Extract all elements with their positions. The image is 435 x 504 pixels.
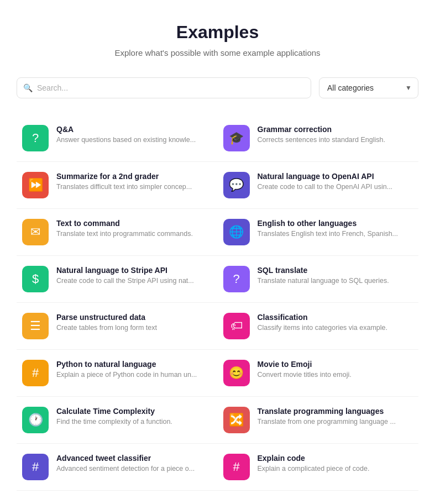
example-icon-english-to-other-languages: 🌐 — [223, 219, 250, 245]
example-title-calculate-time-complexity: Calculate Time Complexity — [56, 407, 212, 416]
example-desc-parse-unstructured-data: Create tables from long form text — [56, 324, 212, 332]
example-text-python-to-natural-language: Python to natural languageExplain a piec… — [56, 360, 212, 379]
example-title-summarize-2nd-grader: Summarize for a 2nd grader — [56, 172, 212, 181]
page-subtitle: Explore what's possible with some exampl… — [17, 48, 418, 57]
example-item-natural-language-stripe[interactable]: $Natural language to Stripe APICreate co… — [17, 256, 218, 303]
example-icon-text-to-command: ✉ — [22, 219, 49, 245]
search-input[interactable] — [17, 77, 311, 98]
example-desc-text-to-command: Translate text into programmatic command… — [56, 230, 212, 238]
example-item-summarize-2nd-grader[interactable]: ⏩Summarize for a 2nd graderTranslates di… — [17, 162, 218, 209]
example-desc-natural-language-stripe: Create code to call the Stripe API using… — [56, 277, 212, 285]
example-title-python-to-natural-language: Python to natural language — [56, 360, 212, 369]
category-select-wrapper: All categories Language Code Data Transl… — [319, 77, 418, 98]
example-text-movie-to-emoji: Movie to EmojiConvert movie titles into … — [258, 360, 413, 379]
example-title-english-to-other-languages: English to other languages — [258, 219, 413, 228]
example-text-explain-code: Explain codeExplain a complicated piece … — [258, 454, 413, 473]
example-item-calculate-time-complexity[interactable]: 🕐Calculate Time ComplexityFind the time … — [17, 397, 218, 444]
example-text-natural-language-stripe: Natural language to Stripe APICreate cod… — [56, 266, 212, 285]
example-item-grammar-correction[interactable]: 🎓Grammar correctionCorrects sentences in… — [218, 115, 419, 162]
example-text-calculate-time-complexity: Calculate Time ComplexityFind the time c… — [56, 407, 212, 426]
example-desc-classification: Classify items into categories via examp… — [258, 324, 413, 332]
example-item-sql-translate[interactable]: ?SQL translateTranslate natural language… — [218, 256, 419, 303]
example-title-explain-code: Explain code — [258, 454, 413, 463]
example-item-movie-to-emoji[interactable]: 😊Movie to EmojiConvert movie titles into… — [218, 350, 419, 397]
example-text-sql-translate: SQL translateTranslate natural language … — [258, 266, 413, 285]
examples-grid: ?Q&AAnswer questions based on existing k… — [17, 115, 418, 491]
example-text-english-to-other-languages: English to other languagesTranslates Eng… — [258, 219, 413, 238]
example-icon-sql-translate: ? — [223, 266, 250, 292]
search-wrapper: 🔍 — [17, 77, 311, 98]
example-desc-movie-to-emoji: Convert movie titles into emoji. — [258, 371, 413, 379]
example-title-advanced-tweet-classifier: Advanced tweet classifier — [56, 454, 212, 463]
example-title-sql-translate: SQL translate — [258, 266, 413, 275]
example-icon-movie-to-emoji: 😊 — [223, 360, 250, 386]
example-text-text-to-command: Text to commandTranslate text into progr… — [56, 219, 212, 238]
example-title-parse-unstructured-data: Parse unstructured data — [56, 313, 212, 322]
controls-row: 🔍 All categories Language Code Data Tran… — [17, 77, 418, 98]
example-text-translate-programming-languages: Translate programming languagesTranslate… — [258, 407, 413, 426]
example-title-text-to-command: Text to command — [56, 219, 212, 228]
example-desc-qa: Answer questions based on existing knowl… — [56, 136, 212, 144]
example-text-parse-unstructured-data: Parse unstructured dataCreate tables fro… — [56, 313, 212, 332]
example-desc-advanced-tweet-classifier: Advanced sentiment detection for a piece… — [56, 465, 212, 473]
example-icon-natural-language-stripe: $ — [22, 266, 49, 292]
example-text-summarize-2nd-grader: Summarize for a 2nd graderTranslates dif… — [56, 172, 212, 191]
page-title: Examples — [17, 22, 418, 43]
example-desc-calculate-time-complexity: Find the time complexity of a function. — [56, 418, 212, 426]
example-text-grammar-correction: Grammar correctionCorrects sentences int… — [258, 125, 413, 144]
example-item-classification[interactable]: 🏷ClassificationClassify items into categ… — [218, 303, 419, 350]
example-icon-advanced-tweet-classifier: # — [22, 454, 49, 480]
example-title-movie-to-emoji: Movie to Emoji — [258, 360, 413, 369]
example-desc-python-to-natural-language: Explain a piece of Python code in human … — [56, 371, 212, 379]
example-title-qa: Q&A — [56, 125, 212, 134]
example-text-advanced-tweet-classifier: Advanced tweet classifierAdvanced sentim… — [56, 454, 212, 473]
example-icon-translate-programming-languages: 🔀 — [223, 407, 250, 433]
example-item-qa[interactable]: ?Q&AAnswer questions based on existing k… — [17, 115, 218, 162]
example-text-natural-language-openai: Natural language to OpenAI APICreate cod… — [258, 172, 413, 191]
example-desc-natural-language-openai: Create code to call to the OpenAI API us… — [258, 183, 413, 191]
example-desc-explain-code: Explain a complicated piece of code. — [258, 465, 413, 473]
example-item-translate-programming-languages[interactable]: 🔀Translate programming languagesTranslat… — [218, 397, 419, 444]
example-icon-qa: ? — [22, 125, 49, 151]
example-icon-natural-language-openai: 💬 — [223, 172, 250, 198]
example-icon-python-to-natural-language: # — [22, 360, 49, 386]
example-icon-explain-code: # — [223, 454, 250, 480]
page-header: Examples Explore what's possible with so… — [17, 22, 418, 57]
example-item-natural-language-openai[interactable]: 💬Natural language to OpenAI APICreate co… — [218, 162, 419, 209]
example-icon-parse-unstructured-data: ☰ — [22, 313, 49, 339]
example-item-explain-code[interactable]: #Explain codeExplain a complicated piece… — [218, 444, 419, 491]
example-title-grammar-correction: Grammar correction — [258, 125, 413, 134]
example-desc-grammar-correction: Corrects sentences into standard English… — [258, 136, 413, 144]
example-item-english-to-other-languages[interactable]: 🌐English to other languagesTranslates En… — [218, 209, 419, 256]
example-text-qa: Q&AAnswer questions based on existing kn… — [56, 125, 212, 144]
example-desc-sql-translate: Translate natural language to SQL querie… — [258, 277, 413, 285]
example-icon-classification: 🏷 — [223, 313, 250, 339]
category-select[interactable]: All categories Language Code Data Transl… — [319, 77, 418, 98]
example-title-natural-language-stripe: Natural language to Stripe API — [56, 266, 212, 275]
example-desc-summarize-2nd-grader: Translates difficult text into simpler c… — [56, 183, 212, 191]
example-icon-calculate-time-complexity: 🕐 — [22, 407, 49, 433]
example-title-translate-programming-languages: Translate programming languages — [258, 407, 413, 416]
example-icon-grammar-correction: 🎓 — [223, 125, 250, 151]
example-text-classification: ClassificationClassify items into catego… — [258, 313, 413, 332]
example-item-text-to-command[interactable]: ✉Text to commandTranslate text into prog… — [17, 209, 218, 256]
example-item-python-to-natural-language[interactable]: #Python to natural languageExplain a pie… — [17, 350, 218, 397]
example-item-advanced-tweet-classifier[interactable]: #Advanced tweet classifierAdvanced senti… — [17, 444, 218, 491]
example-icon-summarize-2nd-grader: ⏩ — [22, 172, 49, 198]
example-item-parse-unstructured-data[interactable]: ☰Parse unstructured dataCreate tables fr… — [17, 303, 218, 350]
example-desc-translate-programming-languages: Translate from one programming language … — [258, 418, 413, 426]
example-title-natural-language-openai: Natural language to OpenAI API — [258, 172, 413, 181]
example-desc-english-to-other-languages: Translates English text into French, Spa… — [258, 230, 413, 238]
example-title-classification: Classification — [258, 313, 413, 322]
